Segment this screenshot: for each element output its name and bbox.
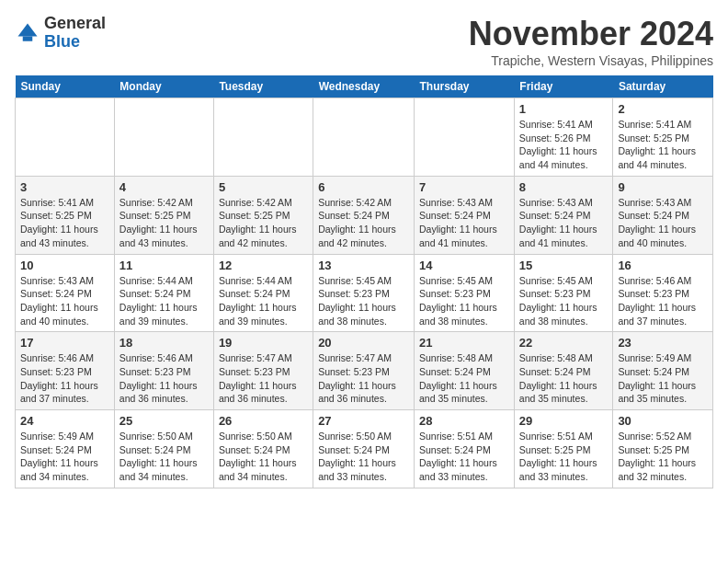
day-number: 15 xyxy=(519,259,609,272)
calendar-table: SundayMondayTuesdayWednesdayThursdayFrid… xyxy=(15,75,713,488)
calendar-cell: 4Sunrise: 5:42 AMSunset: 5:25 PMDaylight… xyxy=(114,176,213,254)
day-number: 21 xyxy=(419,336,509,350)
day-number: 20 xyxy=(318,336,409,350)
weekday-header-sunday: Sunday xyxy=(16,75,115,98)
day-number: 17 xyxy=(20,336,109,350)
day-number: 16 xyxy=(618,259,708,272)
day-number: 9 xyxy=(618,180,708,194)
day-detail: Sunrise: 5:50 AMSunset: 5:24 PMDaylight:… xyxy=(219,430,308,484)
day-detail: Sunrise: 5:47 AMSunset: 5:23 PMDaylight:… xyxy=(318,351,409,406)
day-number: 1 xyxy=(519,102,609,116)
calendar-cell: 28Sunrise: 5:51 AMSunset: 5:24 PMDayligh… xyxy=(415,410,515,488)
svg-marker-0 xyxy=(18,23,38,36)
calendar-cell: 14Sunrise: 5:45 AMSunset: 5:23 PMDayligh… xyxy=(415,254,515,332)
calendar-cell: 21Sunrise: 5:48 AMSunset: 5:24 PMDayligh… xyxy=(415,332,515,410)
day-number: 8 xyxy=(519,180,609,194)
day-number: 14 xyxy=(419,259,509,272)
day-detail: Sunrise: 5:41 AMSunset: 5:26 PMDaylight:… xyxy=(519,118,609,172)
day-detail: Sunrise: 5:48 AMSunset: 5:24 PMDaylight:… xyxy=(519,351,609,406)
day-detail: Sunrise: 5:41 AMSunset: 5:25 PMDaylight:… xyxy=(618,118,708,172)
month-title: November 2024 xyxy=(469,15,713,53)
day-number: 24 xyxy=(20,414,109,428)
day-detail: Sunrise: 5:50 AMSunset: 5:24 PMDaylight:… xyxy=(119,430,209,484)
day-number: 7 xyxy=(419,180,509,194)
calendar-cell xyxy=(16,98,115,177)
svg-rect-1 xyxy=(23,36,33,40)
day-detail: Sunrise: 5:43 AMSunset: 5:24 PMDaylight:… xyxy=(618,196,708,250)
day-number: 4 xyxy=(119,180,209,194)
day-number: 12 xyxy=(219,259,308,272)
day-detail: Sunrise: 5:49 AMSunset: 5:24 PMDaylight:… xyxy=(618,351,708,406)
week-row-5: 24Sunrise: 5:49 AMSunset: 5:24 PMDayligh… xyxy=(16,410,713,488)
calendar-cell: 20Sunrise: 5:47 AMSunset: 5:23 PMDayligh… xyxy=(313,332,415,410)
calendar-cell: 16Sunrise: 5:46 AMSunset: 5:23 PMDayligh… xyxy=(613,254,713,332)
calendar-cell: 12Sunrise: 5:44 AMSunset: 5:24 PMDayligh… xyxy=(213,254,313,332)
logo-general-text: General xyxy=(44,14,106,32)
day-number: 22 xyxy=(519,336,609,350)
day-number: 11 xyxy=(119,259,209,272)
calendar-cell: 9Sunrise: 5:43 AMSunset: 5:24 PMDaylight… xyxy=(613,176,713,254)
calendar-cell xyxy=(415,98,515,177)
logo-blue-text: Blue xyxy=(44,32,80,51)
day-number: 26 xyxy=(219,414,308,428)
day-detail: Sunrise: 5:45 AMSunset: 5:23 PMDaylight:… xyxy=(519,274,609,328)
calendar-cell: 30Sunrise: 5:52 AMSunset: 5:25 PMDayligh… xyxy=(613,410,713,488)
calendar-cell: 26Sunrise: 5:50 AMSunset: 5:24 PMDayligh… xyxy=(213,410,313,488)
day-detail: Sunrise: 5:42 AMSunset: 5:24 PMDaylight:… xyxy=(318,196,409,250)
weekday-header-tuesday: Tuesday xyxy=(213,75,313,98)
calendar-cell: 25Sunrise: 5:50 AMSunset: 5:24 PMDayligh… xyxy=(114,410,213,488)
week-row-4: 17Sunrise: 5:46 AMSunset: 5:23 PMDayligh… xyxy=(16,332,713,410)
weekday-header-thursday: Thursday xyxy=(415,75,515,98)
header: General Blue November 2024 Trapiche, Wes… xyxy=(15,15,713,68)
day-detail: Sunrise: 5:46 AMSunset: 5:23 PMDaylight:… xyxy=(618,274,708,328)
day-number: 2 xyxy=(618,102,708,116)
logo: General Blue xyxy=(15,15,106,52)
day-detail: Sunrise: 5:43 AMSunset: 5:24 PMDaylight:… xyxy=(419,196,509,250)
calendar-cell: 3Sunrise: 5:41 AMSunset: 5:25 PMDaylight… xyxy=(16,176,115,254)
calendar-cell: 13Sunrise: 5:45 AMSunset: 5:23 PMDayligh… xyxy=(313,254,415,332)
day-detail: Sunrise: 5:41 AMSunset: 5:25 PMDaylight:… xyxy=(20,196,109,250)
calendar-cell: 23Sunrise: 5:49 AMSunset: 5:24 PMDayligh… xyxy=(613,332,713,410)
calendar-cell: 5Sunrise: 5:42 AMSunset: 5:25 PMDaylight… xyxy=(213,176,313,254)
logo-icon xyxy=(15,20,40,46)
day-number: 5 xyxy=(219,180,308,194)
calendar-cell: 18Sunrise: 5:46 AMSunset: 5:23 PMDayligh… xyxy=(114,332,213,410)
calendar-cell: 19Sunrise: 5:47 AMSunset: 5:23 PMDayligh… xyxy=(213,332,313,410)
calendar-cell: 10Sunrise: 5:43 AMSunset: 5:24 PMDayligh… xyxy=(16,254,115,332)
day-number: 10 xyxy=(20,259,109,272)
week-row-1: 1Sunrise: 5:41 AMSunset: 5:26 PMDaylight… xyxy=(16,98,713,177)
calendar-cell xyxy=(114,98,213,177)
day-detail: Sunrise: 5:48 AMSunset: 5:24 PMDaylight:… xyxy=(419,351,509,406)
weekday-header-monday: Monday xyxy=(114,75,213,98)
week-row-2: 3Sunrise: 5:41 AMSunset: 5:25 PMDaylight… xyxy=(16,176,713,254)
calendar-cell: 7Sunrise: 5:43 AMSunset: 5:24 PMDaylight… xyxy=(415,176,515,254)
calendar-cell: 8Sunrise: 5:43 AMSunset: 5:24 PMDaylight… xyxy=(514,176,613,254)
calendar-cell: 22Sunrise: 5:48 AMSunset: 5:24 PMDayligh… xyxy=(514,332,613,410)
calendar-cell: 6Sunrise: 5:42 AMSunset: 5:24 PMDaylight… xyxy=(313,176,415,254)
day-number: 28 xyxy=(419,414,509,428)
day-number: 23 xyxy=(618,336,708,350)
day-detail: Sunrise: 5:42 AMSunset: 5:25 PMDaylight:… xyxy=(219,196,308,250)
calendar-cell: 11Sunrise: 5:44 AMSunset: 5:24 PMDayligh… xyxy=(114,254,213,332)
day-detail: Sunrise: 5:51 AMSunset: 5:25 PMDaylight:… xyxy=(519,430,609,484)
calendar-cell: 15Sunrise: 5:45 AMSunset: 5:23 PMDayligh… xyxy=(514,254,613,332)
day-number: 6 xyxy=(318,180,409,194)
calendar-cell: 17Sunrise: 5:46 AMSunset: 5:23 PMDayligh… xyxy=(16,332,115,410)
calendar-cell xyxy=(213,98,313,177)
calendar-cell: 29Sunrise: 5:51 AMSunset: 5:25 PMDayligh… xyxy=(514,410,613,488)
day-detail: Sunrise: 5:46 AMSunset: 5:23 PMDaylight:… xyxy=(119,351,209,406)
day-number: 30 xyxy=(618,414,708,428)
calendar-cell xyxy=(313,98,415,177)
day-number: 3 xyxy=(20,180,109,194)
day-detail: Sunrise: 5:45 AMSunset: 5:23 PMDaylight:… xyxy=(419,274,509,328)
week-row-3: 10Sunrise: 5:43 AMSunset: 5:24 PMDayligh… xyxy=(16,254,713,332)
day-detail: Sunrise: 5:51 AMSunset: 5:24 PMDaylight:… xyxy=(419,430,509,484)
day-detail: Sunrise: 5:46 AMSunset: 5:23 PMDaylight:… xyxy=(20,351,109,406)
day-detail: Sunrise: 5:43 AMSunset: 5:24 PMDaylight:… xyxy=(20,274,109,328)
day-detail: Sunrise: 5:47 AMSunset: 5:23 PMDaylight:… xyxy=(219,351,308,406)
day-detail: Sunrise: 5:52 AMSunset: 5:25 PMDaylight:… xyxy=(618,430,708,484)
calendar-cell: 1Sunrise: 5:41 AMSunset: 5:26 PMDaylight… xyxy=(514,98,613,177)
day-number: 19 xyxy=(219,336,308,350)
day-detail: Sunrise: 5:49 AMSunset: 5:24 PMDaylight:… xyxy=(20,430,109,484)
weekday-header-wednesday: Wednesday xyxy=(313,75,415,98)
